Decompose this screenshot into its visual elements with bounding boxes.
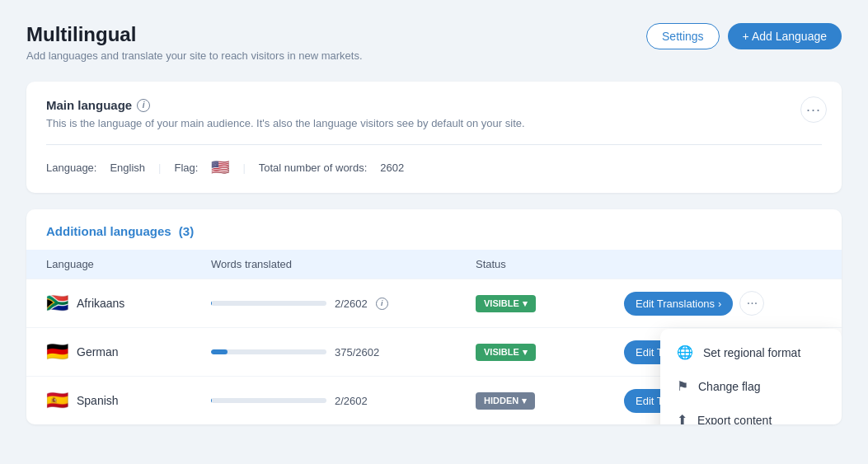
flag-german: 🇩🇪 bbox=[46, 341, 68, 363]
status-badge-spanish[interactable]: HIDDEN ▾ bbox=[476, 392, 535, 410]
language-name-afrikaans: Afrikaans bbox=[77, 297, 124, 310]
flag-spanish: 🇪🇸 bbox=[46, 390, 68, 411]
language-name-spanish: Spanish bbox=[77, 394, 119, 407]
chevron-down-spanish: ▾ bbox=[522, 396, 527, 406]
words-cell-german: 375/2602 bbox=[211, 346, 476, 359]
status-badge-afrikaans[interactable]: VISIBLE ▾ bbox=[476, 295, 536, 312]
chevron-down-german: ▾ bbox=[523, 347, 528, 358]
page-header: Multilingual Add languages and translate… bbox=[26, 23, 842, 62]
dropdown-item-export-content[interactable]: ⬆ Export content bbox=[660, 403, 842, 424]
settings-button[interactable]: Settings bbox=[646, 23, 720, 49]
language-cell-spanish: 🇪🇸 Spanish bbox=[46, 390, 211, 411]
main-language-menu-button[interactable]: ··· bbox=[800, 96, 827, 123]
additional-languages-header: Additional languages (3) bbox=[26, 209, 842, 238]
flag-icon: ⚑ bbox=[677, 378, 688, 394]
flag-emoji: 🇺🇸 bbox=[211, 158, 229, 176]
progress-bar-fill-german bbox=[211, 349, 228, 354]
col-words-translated: Words translated bbox=[211, 258, 476, 270]
main-language-card: Main language i This is the language of … bbox=[26, 82, 842, 193]
main-language-info-icon[interactable]: i bbox=[137, 99, 150, 112]
flag-label: Flag: bbox=[174, 162, 198, 174]
language-value: English bbox=[110, 162, 145, 174]
page-title: Multilingual bbox=[26, 23, 363, 46]
additional-languages-card: Additional languages (3) Language Words … bbox=[26, 209, 842, 424]
col-status: Status bbox=[476, 258, 624, 270]
page-header-left: Multilingual Add languages and translate… bbox=[26, 23, 363, 62]
chevron-down-afrikaans: ▾ bbox=[523, 298, 528, 309]
edit-translations-button-afrikaans[interactable]: Edit Translations › bbox=[624, 292, 733, 316]
words-count-german: 375/2602 bbox=[335, 346, 379, 359]
status-badge-german[interactable]: VISIBLE ▾ bbox=[476, 344, 536, 361]
flag-afrikaans: 🇿🇦 bbox=[46, 293, 68, 314]
add-language-button[interactable]: + Add Language bbox=[728, 23, 842, 49]
divider-1: | bbox=[158, 162, 161, 174]
words-cell-afrikaans: 2/2602 i bbox=[211, 298, 476, 310]
actions-cell-afrikaans: Edit Translations › ··· bbox=[624, 291, 789, 316]
dropdown-label-export-content: Export content bbox=[697, 414, 772, 425]
status-cell-afrikaans: VISIBLE ▾ bbox=[476, 295, 624, 312]
table-row: 🇿🇦 Afrikaans 2/2602 i VISIBLE ▾ Edit Tra… bbox=[26, 279, 842, 327]
page-subtitle: Add languages and translate your site to… bbox=[26, 49, 363, 62]
divider-2: | bbox=[242, 162, 245, 174]
language-label: Language: bbox=[46, 162, 96, 174]
dropdown-label-change-flag: Change flag bbox=[698, 380, 761, 393]
dropdown-label-set-regional-format: Set regional format bbox=[703, 346, 800, 359]
words-label: Total number of words: bbox=[259, 162, 368, 174]
words-count-afrikaans: 2/2602 bbox=[335, 298, 368, 310]
more-options-button-afrikaans[interactable]: ··· bbox=[739, 291, 764, 316]
dropdown-item-set-regional-format[interactable]: 🌐 Set regional format bbox=[660, 335, 842, 369]
additional-languages-title: Additional languages (3) bbox=[46, 224, 822, 238]
main-language-title: Main language i bbox=[46, 98, 822, 112]
words-value: 2602 bbox=[380, 162, 404, 174]
col-language: Language bbox=[46, 258, 211, 270]
globe-icon: 🌐 bbox=[677, 344, 693, 360]
main-language-description: This is the language of your main audien… bbox=[46, 117, 822, 129]
progress-bar-bg-afrikaans bbox=[211, 301, 326, 306]
progress-bar-bg-german bbox=[211, 349, 326, 354]
page-container: Multilingual Add languages and translate… bbox=[0, 0, 868, 464]
language-name-german: German bbox=[77, 345, 119, 359]
dropdown-menu: 🌐 Set regional format ⚑ Change flag ⬆ Ex… bbox=[660, 329, 842, 424]
status-cell-german: VISIBLE ▾ bbox=[476, 344, 624, 361]
words-cell-spanish: 2/2602 bbox=[211, 395, 476, 407]
table-header: Language Words translated Status bbox=[26, 250, 842, 279]
words-info-icon-afrikaans[interactable]: i bbox=[376, 298, 388, 310]
header-actions: Settings + Add Language bbox=[646, 23, 842, 49]
status-cell-spanish: HIDDEN ▾ bbox=[476, 392, 624, 410]
words-count-spanish: 2/2602 bbox=[335, 395, 368, 407]
language-cell-afrikaans: 🇿🇦 Afrikaans bbox=[46, 293, 211, 314]
dropdown-item-change-flag[interactable]: ⚑ Change flag bbox=[660, 369, 842, 403]
progress-bar-bg-spanish bbox=[211, 398, 326, 403]
language-cell-german: 🇩🇪 German bbox=[46, 341, 211, 363]
export-icon: ⬆ bbox=[677, 412, 687, 424]
main-language-info-row: Language: English | Flag: 🇺🇸 | Total num… bbox=[46, 144, 822, 176]
additional-languages-count: (3) bbox=[179, 224, 194, 238]
